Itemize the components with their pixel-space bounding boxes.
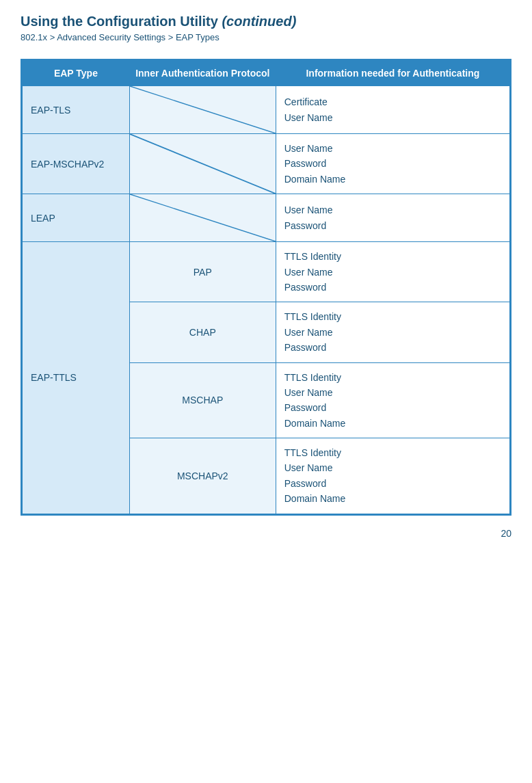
diagonal-line-mschapv2 xyxy=(130,134,276,194)
header-info-needed: Information needed for Authenticating xyxy=(276,61,509,86)
info-chap: TTLS IdentityUser NamePassword xyxy=(276,302,509,362)
inner-protocol-mschapv2-ttls: MSCHAPv2 xyxy=(129,438,276,514)
diagonal-line-tls xyxy=(130,86,276,133)
inner-protocol-mschap: MSCHAP xyxy=(129,362,276,438)
page-subtitle: 802.1x > Advanced Security Settings > EA… xyxy=(21,32,511,42)
info-pap: TTLS IdentityUser NamePassword xyxy=(276,242,509,302)
info-mschapv2: User NamePasswordDomain Name xyxy=(276,134,509,194)
info-tls: CertificateUser Name xyxy=(276,86,509,134)
table-row: EAP-TLS CertificateUser Name xyxy=(23,86,510,134)
table-row: LEAP User NamePassword xyxy=(23,194,510,242)
header-inner-auth: Inner Authentication Protocol xyxy=(129,61,276,86)
eap-type-leap: LEAP xyxy=(23,194,130,242)
info-mschap: TTLS IdentityUser NamePasswordDomain Nam… xyxy=(276,362,509,438)
eap-type-ttls: EAP-TTLS xyxy=(23,242,130,514)
info-mschapv2-ttls: TTLS IdentityUser NamePasswordDomain Nam… xyxy=(276,438,509,514)
svg-line-1 xyxy=(130,134,276,194)
header-eap-type: EAP Type xyxy=(23,61,130,86)
table-row: EAP-MSCHAPv2 User NamePasswordDomain Nam… xyxy=(23,134,510,194)
page-title: Using the Configuration Utility (continu… xyxy=(21,14,511,29)
eap-type-mschapv2: EAP-MSCHAPv2 xyxy=(23,134,130,194)
svg-line-0 xyxy=(130,86,276,133)
inner-protocol-chap: CHAP xyxy=(129,302,276,362)
page-number: 20 xyxy=(21,528,511,539)
inner-protocol-leap xyxy=(129,194,276,242)
info-leap: User NamePassword xyxy=(276,194,509,242)
svg-line-2 xyxy=(130,194,276,241)
inner-protocol-mschapv2 xyxy=(129,134,276,194)
table-row: EAP-TTLS PAP TTLS IdentityUser NamePassw… xyxy=(23,242,510,302)
eap-type-tls: EAP-TLS xyxy=(23,86,130,134)
diagonal-line-leap xyxy=(130,194,276,241)
inner-protocol-tls xyxy=(129,86,276,134)
inner-protocol-pap: PAP xyxy=(129,242,276,302)
